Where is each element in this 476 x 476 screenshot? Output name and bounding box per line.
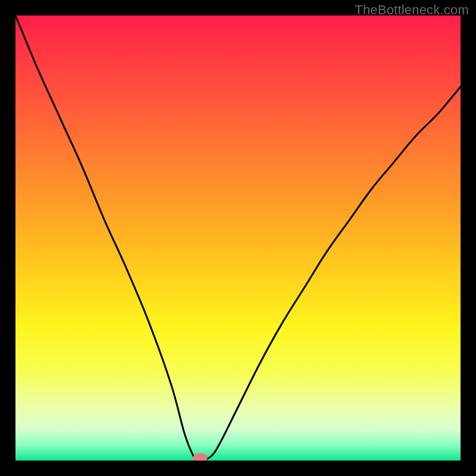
chart-frame: TheBottleneck.com [0,0,476,476]
chart-svg [15,15,461,461]
plot-area [15,15,461,461]
gradient-background [15,15,461,461]
